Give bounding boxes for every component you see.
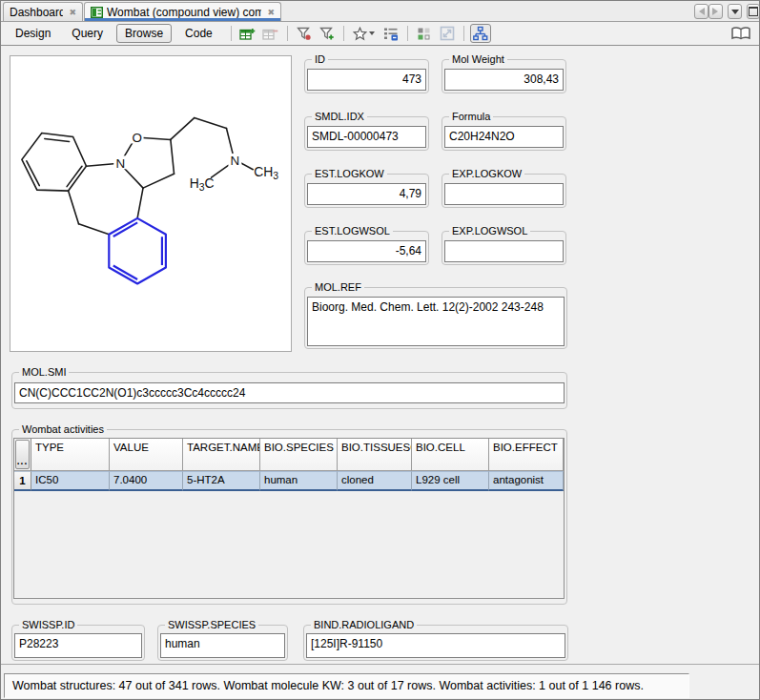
fit-to-view-button[interactable] [437,24,458,43]
mode-design[interactable]: Design [8,25,58,42]
table-row[interactable]: 1 IC50 7.0400 5-HT2A human cloned L929 c… [14,471,564,491]
tree-view-button[interactable] [470,24,491,43]
fit-to-view-icon [440,26,455,41]
book-icon [730,26,751,41]
status-bar: Wombat structures: 47 out of 341 rows. W… [1,664,759,700]
smdl-idx-field[interactable]: SMDL-00000473 [307,126,426,148]
cell-bio-cell[interactable]: L929 cell [412,471,489,491]
mol-smi-field[interactable]: CN(C)CCC1CC2N(O1)c3ccccc3Cc4ccccc24 [14,382,565,403]
field-label: EXP.LOGKOW [449,168,524,180]
tab-list-dropdown-button[interactable] [728,4,742,19]
tab-dashboard-label: Dashboard [10,6,63,19]
atom-label-ring-n: N [115,156,125,171]
field-group-formula: Formula C20H24N2O [442,116,566,151]
mode-browse[interactable]: Browse [116,24,172,43]
cell-type[interactable]: IC50 [31,471,110,491]
mode-code[interactable]: Code [177,25,220,42]
tab-bar: Dashboard ✖ Wombat (compound view) compo… [1,1,759,22]
back-arrow-icon [695,8,705,15]
remove-row-icon [262,26,278,41]
table-corner-cell: ... [14,439,31,471]
tab-wombat-label: Wombat (compound view) compounds [107,6,261,19]
field-group-swissp-id: SWISSP.ID P28223 [11,625,145,661]
history-forward-button[interactable] [709,4,723,19]
cell-bio-species[interactable]: human [260,471,338,491]
add-filter-icon [319,26,335,41]
column-header-bio-species[interactable]: BIO.SPECIES [260,439,338,471]
cell-bio-effect[interactable]: antagonist [489,471,564,491]
column-header-target-name[interactable]: TARGET.NAME [183,439,260,471]
mode-query[interactable]: Query [64,25,111,42]
field-label: Mol Weight [449,53,507,66]
grid-form-icon [91,7,103,18]
cell-bio-tissuesource[interactable]: cloned [338,471,412,491]
field-label: EXP.LOGWSOL [449,225,530,237]
manage-fields-button[interactable] [380,24,401,43]
swissp-id-field[interactable]: P28223 [14,633,142,658]
atom-label-amine-n: N [231,154,240,168]
field-label: SWISSP.ID [19,619,77,631]
toolbar-separator [287,26,288,41]
exp-logkow-field[interactable] [444,183,564,205]
table-header-row: ... TYPE VALUE TARGET.NAME BIO.SPECIES B… [14,439,564,471]
mol-weight-field[interactable]: 308,43 [444,69,564,91]
id-field[interactable]: 473 [307,69,426,91]
column-header-bio-cell[interactable]: BIO.CELL [412,439,489,471]
close-icon[interactable]: ✖ [267,8,275,17]
cell-value[interactable]: 7.0400 [110,471,183,491]
remove-row-button[interactable] [260,24,281,43]
add-row-button[interactable] [237,24,258,43]
exp-logwsol-field[interactable] [444,240,564,262]
maximize-icon [749,7,758,16]
field-label: MOL.SMI [19,366,69,379]
tab-wombat-compound-view[interactable]: Wombat (compound view) compounds ✖ [84,2,281,21]
field-group-est-logwsol: EST.LOGWSOL -5,64 [304,231,429,265]
field-label: BIND.RADIOLIGAND [311,619,417,631]
activities-title: Wombat activities [19,423,107,436]
field-label: SWISSP.SPECIES [165,619,258,631]
field-group-mol-smi: MOL.SMI CN(C)CCC1CC2N(O1)c3ccccc3Cc4cccc… [11,372,567,409]
structure-canvas[interactable]: N O N H3C CH3 [10,55,292,352]
bind-radioligand-field[interactable]: [125I]R-91150 [306,633,565,658]
field-group-exp-logkow: EXP.LOGKOW [442,174,566,208]
row-header[interactable]: 1 [14,471,31,491]
column-header-value[interactable]: VALUE [110,439,183,471]
field-group-bind-radioligand: BIND.RADIOLIGAND [125I]R-91150 [303,625,568,661]
activities-table: ... TYPE VALUE TARGET.NAME BIO.SPECIES B… [13,438,565,599]
est-logwsol-field[interactable]: -5,64 [307,240,426,262]
est-logkow-field[interactable]: 4,79 [307,183,426,205]
favorites-button[interactable] [350,24,379,43]
filter-button[interactable] [294,24,315,43]
toolbar-separator [407,26,408,41]
field-label: ID [312,53,328,66]
chevron-down-icon [369,31,375,38]
formula-field[interactable]: C20H24N2O [444,126,564,148]
atom-label-h3c: H3C [190,175,215,193]
grid-view-button[interactable] [414,24,435,43]
field-label: SMDL.IDX [312,111,367,123]
column-header-type[interactable]: TYPE [31,439,110,471]
add-filter-button[interactable] [317,24,338,43]
book-button[interactable] [730,24,751,43]
maximize-button[interactable] [747,4,760,19]
field-group-exp-logwsol: EXP.LOGWSOL [442,231,566,265]
column-header-bio-effect[interactable]: BIO.EFFECT [489,439,564,471]
column-options-button[interactable]: ... [15,440,30,469]
toolbar-separator [343,26,344,41]
filter-icon [297,26,312,41]
column-header-bio-tissuesource[interactable]: BIO.TISSUESOU [338,439,412,471]
forward-arrow-icon [712,8,722,15]
history-back-button[interactable] [694,4,709,19]
swissp-species-field[interactable]: human [160,633,285,658]
close-icon[interactable]: ✖ [69,8,76,17]
chevron-down-icon [731,10,739,18]
cell-target-name[interactable]: 5-HT2A [183,471,260,491]
atom-label-ring-o: O [132,131,141,145]
manage-fields-icon [383,26,399,41]
atom-label-ch3: CH3 [254,164,278,181]
field-group-mol-weight: Mol Weight 308,43 [442,59,566,93]
toolbar-separator [463,26,464,41]
mol-ref-field[interactable]: Bioorg. Med. Chem. Lett. 12(2)-2002 243-… [307,297,565,346]
tab-dashboard[interactable]: Dashboard ✖ [3,2,83,21]
field-label: Formula [449,111,493,123]
